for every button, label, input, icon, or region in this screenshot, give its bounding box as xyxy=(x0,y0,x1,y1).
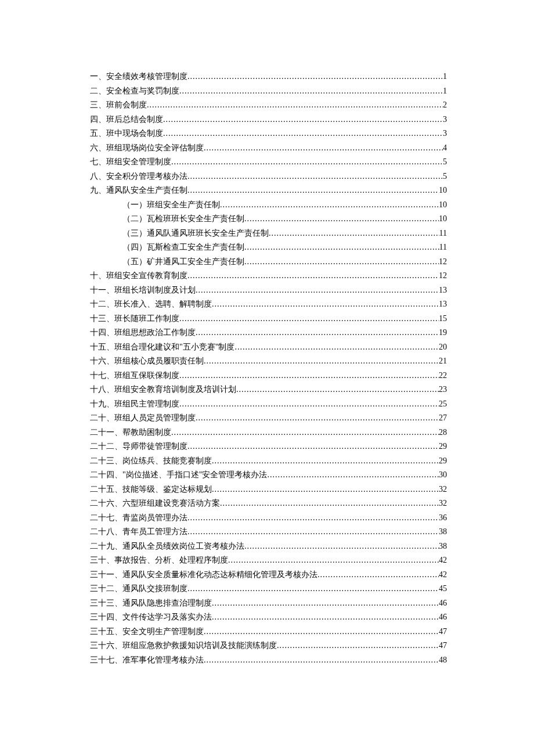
toc-entry-label: 十七、班组互保联保制度 xyxy=(90,369,179,383)
toc-entry-page: 10 xyxy=(439,212,447,226)
toc-entry[interactable]: 三十三、通风队隐患排查治理制度46 xyxy=(90,596,447,611)
toc-entry[interactable]: 二十四、"岗位描述、手指口述"安全管理考核办法30 xyxy=(90,468,447,483)
toc-entry[interactable]: 十五、班组合理化建议和"五小竞赛"制度20 xyxy=(90,340,447,355)
toc-leader-dots xyxy=(244,539,439,554)
toc-entry-page: 46 xyxy=(439,610,447,625)
toc-entry[interactable]: 二十二、导师带徒管理制度29 xyxy=(90,440,447,454)
toc-leader-dots xyxy=(317,568,439,582)
toc-leader-dots xyxy=(196,326,439,340)
toc-entry-page: 23 xyxy=(439,383,447,397)
toc-entry-label: 三、班前会制度 xyxy=(90,98,147,113)
toc-entry-label: 二十、班组人员定员管理制度 xyxy=(90,411,196,426)
toc-entry[interactable]: 三十六、班组应急救护救援知识培训及技能演练制度47 xyxy=(90,639,447,653)
toc-entry-label: （五）矿井通风工安全生产责任制 xyxy=(122,255,244,269)
toc-entry-page: 29 xyxy=(439,440,447,454)
toc-entry[interactable]: 二十七、青监岗员管理办法36 xyxy=(90,511,447,525)
toc-entry-label: 二十七、青监岗员管理办法 xyxy=(90,511,187,525)
toc-entry-page: 12 xyxy=(439,255,447,269)
toc-entry[interactable]: 四、班后总结会制度3 xyxy=(90,113,447,127)
toc-entry[interactable]: 十三、班长随班工作制度15 xyxy=(90,312,447,326)
toc-entry[interactable]: 十七、班组互保联保制度22 xyxy=(90,369,447,383)
toc-entry-label: 十六、班组核心成员履职责任制 xyxy=(90,354,204,369)
toc-entry[interactable]: 三十二、通风队交接班制度45 xyxy=(90,582,447,596)
toc-entry[interactable]: 二、安全检查与奖罚制度1 xyxy=(90,84,447,99)
toc-entry[interactable]: （三）通风队通风班班长安全生产责任制11 xyxy=(90,226,447,241)
toc-entry[interactable]: （一）班组安全生产责任制10 xyxy=(90,198,447,213)
toc-entry-label: 三十七、准军事化管理考核办法 xyxy=(90,653,204,668)
toc-entry[interactable]: 五、班中现场会制度3 xyxy=(90,127,447,141)
toc-entry-page: 11 xyxy=(439,226,447,241)
toc-leader-dots xyxy=(187,269,439,283)
toc-entry[interactable]: 十八、班组安全教育培训制度及培训计划23 xyxy=(90,383,447,397)
toc-entry[interactable]: 二十一、帮教助困制度28 xyxy=(90,426,447,440)
toc-entry[interactable]: 二十三、岗位练兵、技能竞赛制度29 xyxy=(90,454,447,469)
toc-entry[interactable]: 二十六、六型班组建设竞赛活动方案32 xyxy=(90,496,447,511)
toc-leader-dots xyxy=(212,483,439,497)
toc-entry-label: 二十六、六型班组建设竞赛活动方案 xyxy=(90,496,220,511)
toc-entry[interactable]: 二十、班组人员定员管理制度27 xyxy=(90,411,447,426)
toc-entry-label: 四、班后总结会制度 xyxy=(90,113,163,127)
toc-entry[interactable]: 三十七、准军事化管理考核办法48 xyxy=(90,653,447,668)
toc-entry-label: 十二、班长准入、选聘、解聘制度 xyxy=(90,297,212,312)
toc-entry[interactable]: 六、班组现场岗位安全评估制度4 xyxy=(90,141,447,156)
toc-entry-label: 七、班组安全管理制度 xyxy=(90,155,171,170)
toc-leader-dots xyxy=(187,170,443,184)
toc-entry[interactable]: 二十八、青年员工管理方法38 xyxy=(90,525,447,539)
toc-entry[interactable]: 十二、班长准入、选聘、解聘制度13 xyxy=(90,297,447,312)
toc-leader-dots xyxy=(212,610,439,625)
toc-leader-dots xyxy=(179,84,443,99)
toc-entry-label: （一）班组安全生产责任制 xyxy=(122,198,220,213)
toc-entry-label: 一、安全绩效考核管理制度 xyxy=(90,70,187,84)
toc-entry-page: 2 xyxy=(443,98,447,113)
toc-entry[interactable]: 二十九、通风队全员绩效岗位工资考核办法38 xyxy=(90,539,447,554)
toc-entry-label: 二十五、技能等级、鉴定达标规划 xyxy=(90,483,212,497)
toc-entry-page: 19 xyxy=(439,326,447,340)
toc-entry[interactable]: （五）矿井通风工安全生产责任制12 xyxy=(90,255,447,269)
toc-leader-dots xyxy=(179,312,439,326)
toc-entry-label: 十五、班组合理化建议和"五小竞赛"制度 xyxy=(90,340,234,355)
toc-leader-dots xyxy=(179,397,439,412)
toc-entry[interactable]: 三十、事故报告、分析、处理程序制度42 xyxy=(90,553,447,568)
toc-leader-dots xyxy=(228,553,439,568)
toc-entry[interactable]: （二）瓦检班班长安全生产责任制10 xyxy=(90,212,447,226)
toc-entry[interactable]: 三十四、文件传达学习及落实办法46 xyxy=(90,610,447,625)
toc-entry[interactable]: 一、安全绩效考核管理制度1 xyxy=(90,70,447,84)
toc-leader-dots xyxy=(267,468,439,483)
toc-leader-dots xyxy=(236,383,439,397)
toc-entry[interactable]: （四）瓦斯检查工安全生产责任制11 xyxy=(90,240,447,255)
toc-entry[interactable]: 十六、班组核心成员履职责任制21 xyxy=(90,354,447,369)
toc-entry-page: 12 xyxy=(439,269,447,283)
toc-entry[interactable]: 三十一、通风队安全质量标准化动态达标精细化管理及考核办法42 xyxy=(90,568,447,582)
toc-entry[interactable]: 八、安全积分管理考核办法5 xyxy=(90,170,447,184)
toc-entry-page: 13 xyxy=(439,283,447,298)
toc-entry-label: 二、安全检查与奖罚制度 xyxy=(90,84,179,99)
toc-entry-label: （三）通风队通风班班长安全生产责任制 xyxy=(122,226,269,241)
toc-entry[interactable]: 七、班组安全管理制度5 xyxy=(90,155,447,170)
toc-entry[interactable]: 三十五、安全文明生产管理制度47 xyxy=(90,625,447,639)
toc-entry[interactable]: 十九、班组民主管理制度25 xyxy=(90,397,447,412)
toc-entry-label: 二十九、通风队全员绩效岗位工资考核办法 xyxy=(90,539,244,554)
toc-entry-label: 三十五、安全文明生产管理制度 xyxy=(90,625,204,639)
table-of-contents: 一、安全绩效考核管理制度1二、安全检查与奖罚制度1三、班前会制度2四、班后总结会… xyxy=(90,70,447,667)
toc-entry[interactable]: 十四、班组思想政治工作制度19 xyxy=(90,326,447,340)
toc-entry-page: 32 xyxy=(439,483,447,497)
toc-entry-page: 27 xyxy=(439,411,447,426)
toc-entry[interactable]: 二十五、技能等级、鉴定达标规划32 xyxy=(90,483,447,497)
toc-entry-page: 48 xyxy=(439,653,447,668)
toc-entry-label: （四）瓦斯检查工安全生产责任制 xyxy=(122,240,244,255)
toc-entry[interactable]: 三、班前会制度2 xyxy=(90,98,447,113)
toc-entry-label: 二十三、岗位练兵、技能竞赛制度 xyxy=(90,454,212,469)
toc-entry[interactable]: 十、班组安全宣传教育制度12 xyxy=(90,269,447,283)
toc-entry-label: （二）瓦检班班长安全生产责任制 xyxy=(122,212,244,226)
toc-entry-page: 13 xyxy=(439,297,447,312)
toc-leader-dots xyxy=(212,297,439,312)
toc-entry-page: 1 xyxy=(443,84,447,99)
toc-entry[interactable]: 十一、班组长培训制度及计划13 xyxy=(90,283,447,298)
toc-entry-page: 5 xyxy=(443,155,447,170)
toc-entry[interactable]: 九、通风队安全生产责任制10 xyxy=(90,183,447,198)
toc-entry-page: 29 xyxy=(439,454,447,469)
toc-entry-page: 1 xyxy=(443,70,447,84)
toc-entry-page: 47 xyxy=(439,625,447,639)
toc-entry-label: 二十八、青年员工管理方法 xyxy=(90,525,187,539)
toc-leader-dots xyxy=(171,155,443,170)
